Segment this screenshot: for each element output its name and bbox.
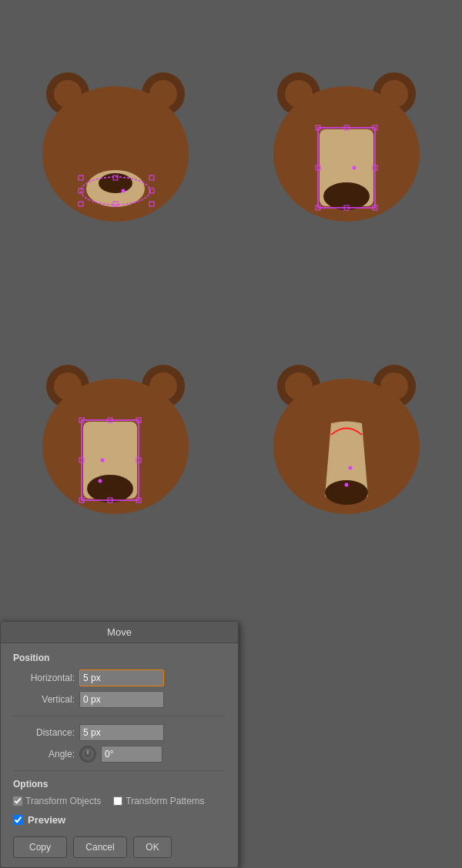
bear-cell-3 <box>0 292 231 585</box>
svg-point-50 <box>101 459 105 462</box>
copy-button[interactable]: Copy <box>13 836 67 858</box>
distance-label: Distance: <box>13 727 75 738</box>
vertical-input[interactable] <box>79 691 164 708</box>
svg-point-33 <box>353 166 357 170</box>
transform-objects-label: Transform Objects <box>25 796 101 806</box>
svg-point-59 <box>345 483 349 487</box>
transform-objects-checkbox[interactable] <box>13 796 22 806</box>
bear-svg-2 <box>254 62 439 231</box>
cancel-button[interactable]: Cancel <box>73 836 127 858</box>
dialog-title: Move <box>1 622 238 643</box>
angle-input[interactable] <box>101 746 162 763</box>
bear-svg-3 <box>23 354 208 523</box>
bear-svg-1 <box>23 62 208 231</box>
horizontal-input[interactable] <box>79 669 164 686</box>
transform-patterns-checkbox[interactable] <box>113 796 122 806</box>
bear-cell-1 <box>0 0 231 292</box>
svg-point-40 <box>87 475 133 502</box>
transform-patterns-option[interactable]: Transform Patterns <box>113 796 204 806</box>
svg-point-23 <box>323 182 370 210</box>
bear-svg-4 <box>254 354 439 523</box>
transform-patterns-label: Transform Patterns <box>126 796 204 806</box>
canvas-area <box>0 0 462 585</box>
svg-point-6 <box>99 173 132 193</box>
horizontal-label: Horizontal: <box>13 673 75 683</box>
ok-button[interactable]: OK <box>133 836 172 858</box>
vertical-label: Vertical: <box>13 694 75 705</box>
angle-label: Angle: <box>13 749 75 760</box>
move-dialog: Move Position Horizontal: Vertical: Dist… <box>0 621 239 868</box>
svg-point-16 <box>122 189 126 193</box>
preview-label: Preview <box>28 814 65 826</box>
distance-input[interactable] <box>79 724 164 741</box>
angle-dial-icon[interactable] <box>79 746 96 763</box>
bear-cell-2 <box>231 0 462 292</box>
svg-point-51 <box>99 479 102 483</box>
transform-objects-option[interactable]: Transform Objects <box>13 796 101 806</box>
svg-point-58 <box>349 466 353 470</box>
position-section-label: Position <box>13 653 226 663</box>
preview-checkbox[interactable] <box>13 815 23 825</box>
options-section-label: Options <box>13 779 226 790</box>
bear-cell-4 <box>231 292 462 585</box>
